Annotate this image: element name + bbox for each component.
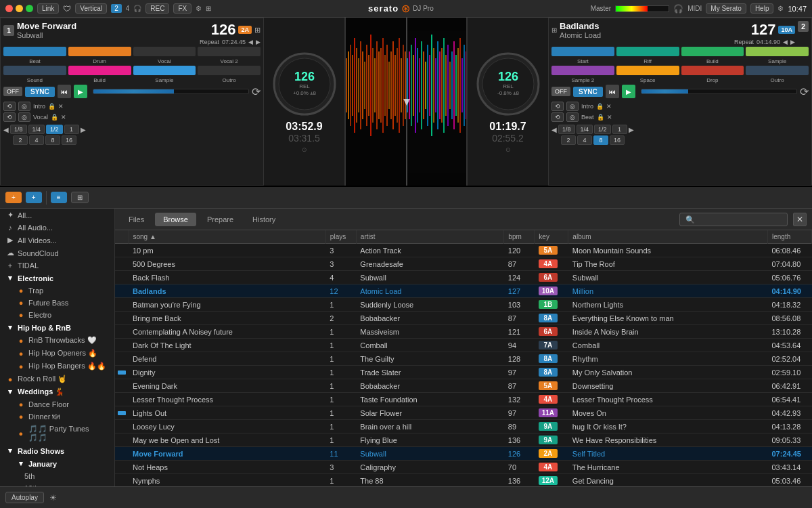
add-crate-button[interactable]: +	[5, 192, 22, 203]
deck-1-sync-btn[interactable]: SYNC	[25, 87, 55, 97]
grid-view-button[interactable]: ⊞	[71, 192, 89, 203]
sidebar-item-future-bass[interactable]: ● Future Bass	[0, 297, 114, 309]
sidebar-item-hiphop[interactable]: ▾ Hip Hop & RnB	[0, 321, 114, 334]
layout-select[interactable]: Vertical	[75, 3, 107, 14]
table-row[interactable]: Lesser Thought Process1Taste Foundation1…	[115, 393, 812, 406]
deck-2-x2-icon[interactable]: ✕	[607, 114, 612, 121]
deck-1-lock-icon[interactable]: 🔒	[48, 103, 55, 110]
deck-2-hc-sample2[interactable]	[551, 66, 614, 75]
deck-2-loop-1[interactable]: 1	[612, 125, 627, 134]
deck-2-hc-sample[interactable]	[746, 47, 809, 56]
deck-2-loop2-icon[interactable]: ⟲	[551, 112, 564, 122]
sidebar-item-dinner[interactable]: ● Dinner 🍽	[0, 410, 114, 423]
sidebar-item-radio-shows[interactable]: ▾ Radio Shows	[0, 444, 114, 457]
link-button[interactable]: Link	[37, 3, 59, 14]
add-smart-crate-button[interactable]: +	[26, 192, 42, 203]
sidebar-item-tidal[interactable]: + TIDAL	[0, 259, 114, 272]
table-row[interactable]: Defend1The Guilty1288ARhythm02:52.04	[115, 352, 812, 366]
deck-2-loop-num-2[interactable]: 2	[561, 135, 576, 145]
deck-2-hc-outro[interactable]	[746, 66, 809, 75]
deck-2-loop-left-arr[interactable]: ◀	[551, 126, 557, 133]
table-row[interactable]: Contemplating A Noisey future1Massiveism…	[115, 325, 812, 339]
sidebar-item-dance-floor[interactable]: ● Dance Floor	[0, 398, 114, 410]
table-row[interactable]: May we be Open and Lost1Flying Blue1369A…	[115, 433, 812, 447]
deck-1-off-btn[interactable]: OFF	[3, 87, 22, 96]
deck-1-hc-build[interactable]	[68, 66, 131, 75]
sidebar-item-hiphop-openers[interactable]: ● Hip Hop Openers 🔥	[0, 347, 114, 360]
minimize-btn[interactable]	[16, 5, 23, 12]
sidebar-item-electro[interactable]: ● Electro	[0, 309, 114, 321]
deck-1-hc-vocal2[interactable]	[198, 47, 261, 56]
deck-2-lock-icon[interactable]: 🔒	[596, 103, 604, 110]
deck-2-cue-icon[interactable]: ◎	[566, 102, 579, 111]
deck-1-loop-num-8[interactable]: 8	[45, 135, 60, 145]
deck-2-cue-knob[interactable]: ⟳	[800, 85, 809, 98]
deck-1-x-icon[interactable]: ✕	[58, 103, 64, 110]
deck-2-loop-1-4[interactable]: 1/4	[577, 125, 593, 134]
deck-1-cue-knob[interactable]: ⟳	[252, 85, 261, 98]
deck-2-loop-num-4[interactable]: 4	[577, 135, 592, 145]
sidebar-item-weddings[interactable]: ▾ Weddings 💃	[0, 385, 114, 398]
sidebar-item-january[interactable]: ▾ January	[0, 457, 114, 470]
col-header-album[interactable]: album	[568, 230, 768, 244]
deck-1-prev-icon[interactable]: ◀	[248, 39, 253, 45]
deck-1-hc-beat[interactable]	[3, 47, 66, 56]
close-btn[interactable]	[5, 5, 13, 12]
deck-2-hc-start[interactable]	[551, 47, 614, 56]
deck-1-hc-sound[interactable]	[3, 66, 66, 75]
deck-2-next-icon[interactable]: ▶	[790, 39, 795, 45]
col-header-artist[interactable]: artist	[356, 230, 504, 244]
deck-1-loop2-icon[interactable]: ⟲	[3, 112, 16, 122]
deck-2-loop-num-16[interactable]: 16	[610, 135, 625, 145]
sidebar-item-party-tunes[interactable]: ● 🎵🎵 Party Tunes 🎵🎵	[0, 423, 114, 444]
deck-1-hc-outro[interactable]	[198, 66, 261, 75]
deck-1-loop-left-arr[interactable]: ◀	[3, 126, 9, 133]
deck-1-prev-btn[interactable]: ⏮	[58, 85, 71, 98]
table-row[interactable]: Dignity1Trade Slater978AMy Only Salvatio…	[115, 366, 812, 379]
deck-1-loop-right-arr[interactable]: ▶	[81, 126, 86, 133]
tab-history[interactable]: History	[244, 213, 284, 226]
deck-2-lock2-icon[interactable]: 🔒	[597, 114, 604, 121]
deck-1-loop-1-8[interactable]: 1/8	[10, 125, 27, 134]
sidebar-item-5th[interactable]: 5th	[0, 470, 114, 482]
deck-2-loop-icon[interactable]: ⟲	[551, 102, 564, 111]
deck-1-cue2-icon[interactable]: ◎	[18, 112, 30, 122]
table-row[interactable]: Dark Of The Light1Comball947AComball04:5…	[115, 339, 812, 352]
deck-1-cue-point-icon[interactable]: ⊙	[302, 146, 307, 153]
deck-1-loop-num-16[interactable]: 16	[62, 135, 76, 145]
rec-button[interactable]: REC	[145, 3, 169, 14]
deck-2-prev-icon[interactable]: ◀	[783, 39, 788, 45]
col-header-key[interactable]: key	[535, 230, 568, 244]
deck-2-hc-riff[interactable]	[616, 47, 679, 56]
table-row[interactable]: Badlands12Atomic Load12710AMillion04:14.…	[115, 284, 812, 298]
sidebar-item-electronic[interactable]: ▾ Electronic	[0, 272, 114, 284]
sidebar-item-12th[interactable]: 12th	[0, 482, 114, 486]
deck-2-prev-btn[interactable]: ⏮	[606, 85, 619, 98]
deck-2-cue2-icon[interactable]: ◎	[566, 112, 579, 122]
deck-2-cue-point-icon[interactable]: ⊙	[505, 146, 511, 153]
deck-1-loop-1[interactable]: 1	[64, 125, 79, 134]
tab-browse[interactable]: Browse	[155, 213, 196, 226]
deck-1-cue-icon[interactable]: ◎	[18, 102, 30, 111]
deck-2-loop-1-2[interactable]: 1/2	[594, 125, 611, 134]
sidebar-item-rock[interactable]: ● Rock n Roll 🤘	[0, 373, 114, 385]
table-row[interactable]: Evening Dark1Bobabacker875ADownsetting06…	[115, 379, 812, 393]
deck-2-hc-space[interactable]	[616, 66, 679, 75]
sidebar-item-hiphop-bangers[interactable]: ● Hip Hop Bangers 🔥🔥	[0, 360, 114, 373]
table-row[interactable]: Lights Out1Solar Flower9711AMoves On04:4…	[115, 406, 812, 420]
table-row[interactable]: 10 pm3Action Track1205AMoon Mountain Sou…	[115, 244, 812, 257]
deck-2-off-btn[interactable]: OFF	[551, 87, 570, 96]
table-row[interactable]: Move Forward11Subwall1262ASelf Titled07:…	[115, 447, 812, 461]
table-row[interactable]: Bring me Back2Bobabacker878AEverything E…	[115, 312, 812, 325]
list-view-button[interactable]: ≡	[51, 192, 67, 203]
deck-1-hc-drum[interactable]	[68, 47, 131, 56]
deck-2-hc-drop[interactable]	[681, 66, 744, 75]
deck-2-expand-icon[interactable]: ⊞	[551, 26, 557, 34]
deck-1-knob-svg[interactable]: 126 REL +0.0% ±8	[271, 50, 338, 118]
deck-2-x-icon[interactable]: ✕	[606, 103, 612, 110]
sidebar-item-all[interactable]: ✦ All...	[0, 209, 114, 221]
deck-2-knob-svg[interactable]: 126 REL -0.8% ±8	[474, 50, 542, 118]
sidebar-item-all-audio[interactable]: ♪ All Audio...	[0, 221, 114, 234]
deck-1-play-btn[interactable]: ▶	[74, 85, 87, 98]
deck-1-loop-icon[interactable]: ⟲	[3, 102, 16, 111]
